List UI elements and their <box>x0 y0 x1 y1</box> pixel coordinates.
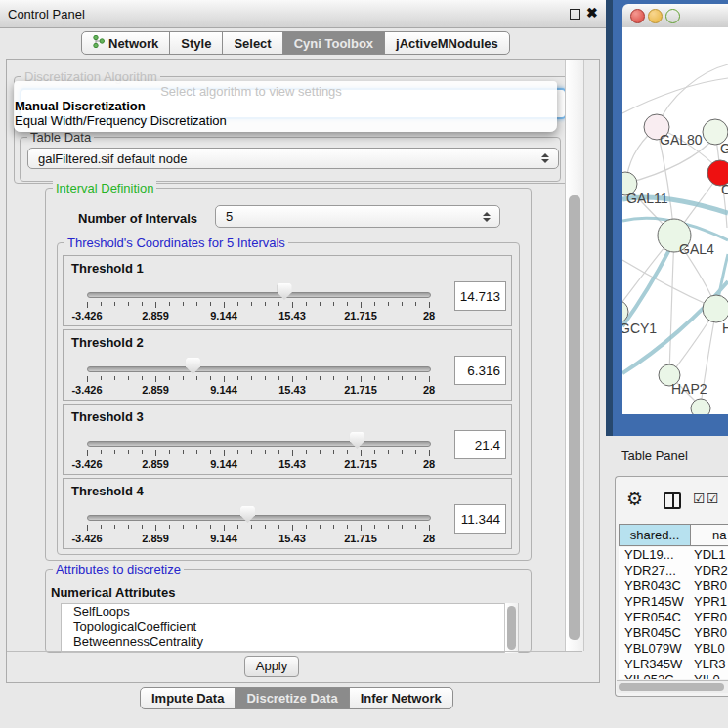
cell-shared-name: YLR345W <box>624 657 682 672</box>
tab-label: Network <box>108 36 158 51</box>
slider-tick <box>114 302 115 306</box>
popup-option-manual[interactable]: Manual Discretization <box>15 99 146 113</box>
table-row[interactable]: YLR345WYLR3 <box>619 657 728 672</box>
bottom-tab-discretize-data[interactable]: Discretize Data <box>235 687 349 709</box>
table-hscrollbar[interactable] <box>617 680 728 693</box>
slider-tick <box>224 450 225 456</box>
slider-tick <box>361 450 362 456</box>
cell-shared-name: YER054C <box>624 610 681 625</box>
attributes-scrollbar-thumb[interactable] <box>507 606 516 650</box>
table-header-row: shared... na <box>619 524 728 546</box>
checkbox-icon[interactable]: ☑ <box>693 491 706 506</box>
network-node[interactable] <box>691 399 710 414</box>
slider-tick-label: 2.859 <box>131 533 180 544</box>
apply-button[interactable]: Apply <box>244 656 299 677</box>
number-of-intervals-combobox[interactable]: 5 <box>215 205 500 228</box>
tab-network[interactable]: Network <box>81 31 170 55</box>
attributes-scrollbar[interactable] <box>504 603 519 653</box>
slider-tick <box>155 450 156 456</box>
slider-tick-label: 2.859 <box>131 310 180 321</box>
gear-icon[interactable]: ⚙ <box>626 488 643 510</box>
table-row[interactable]: YDR27...YDR2 <box>619 563 728 578</box>
column-header-name[interactable]: na <box>690 524 728 546</box>
slider-tick <box>415 302 416 306</box>
table-data-combobox[interactable]: galFiltered.sif default node <box>27 148 559 169</box>
tab-style[interactable]: Style <box>169 31 223 55</box>
cell-name: YBR0 <box>694 625 727 641</box>
table-row[interactable]: YBR045CYBR0 <box>619 625 728 641</box>
node-label: GAL11 <box>626 191 668 206</box>
slider-tick <box>388 525 389 529</box>
threshold-label: Threshold 4 <box>71 484 144 498</box>
float-window-icon[interactable] <box>570 9 580 20</box>
slider-tick <box>402 525 403 529</box>
slider-tick <box>306 376 307 380</box>
panel-scrollbar[interactable] <box>565 60 584 651</box>
slider-tick-label: 28 <box>405 533 453 544</box>
tab-label: jActiveMNodules <box>396 36 498 51</box>
slider-tick <box>169 450 170 454</box>
slider-tick <box>128 525 129 529</box>
split-columns-icon[interactable] <box>664 492 681 509</box>
table-row[interactable]: YIL052CYIL0 <box>619 672 728 679</box>
column-header-shared[interactable]: shared... <box>619 524 691 546</box>
network-view-canvas[interactable]: GAL80G.CGAL11GAL4GCY1HHAP2 <box>622 27 728 414</box>
threshold-value-field[interactable]: 21.4 <box>454 430 506 459</box>
slider-track[interactable] <box>87 441 431 447</box>
algorithm-dropdown-popup: Select algorithm to view settings Manual… <box>14 81 557 132</box>
threshold-value-field[interactable]: 11.344 <box>454 504 506 534</box>
table-rows[interactable]: YDL19...YDL1YDR27...YDR2YBR043CYBR0YPR14… <box>619 547 728 679</box>
slider-track[interactable] <box>87 366 431 372</box>
tab-cyni-toolbox[interactable]: Cyni Toolbox <box>282 31 385 55</box>
slider-track[interactable] <box>87 292 431 298</box>
slider-tick-label: 21.715 <box>336 384 385 396</box>
slider-tick-label: 9.144 <box>199 384 248 396</box>
cell-name: YLR3 <box>694 657 726 672</box>
tab-jactivemnodules[interactable]: jActiveMNodules <box>384 31 510 55</box>
table-row[interactable]: YDL19...YDL1 <box>619 547 728 563</box>
close-icon[interactable]: ✖ <box>586 5 598 21</box>
slider-tick <box>292 376 293 382</box>
numerical-attributes-label: Numerical Attributes <box>51 585 175 600</box>
bottom-tab-infer-network[interactable]: Infer Network <box>349 687 453 709</box>
slider-tick <box>196 525 197 529</box>
slider-tick <box>142 302 143 306</box>
slider-tick <box>429 450 430 456</box>
cell-shared-name: YBR045C <box>624 625 681 641</box>
slider-tick <box>169 525 170 529</box>
threshold-panel: Threshold 3-3.4262.8599.14415.4321.71528… <box>63 404 512 475</box>
threshold-value-field[interactable]: 6.316 <box>454 356 506 385</box>
attribute-list-item[interactable]: BetweennessCentrality <box>62 634 504 650</box>
close-traffic-light[interactable] <box>630 9 645 23</box>
slider-tick <box>169 376 170 380</box>
threshold-label: Threshold 3 <box>71 409 144 424</box>
slider-tick <box>292 525 293 531</box>
slider-tick <box>402 376 403 380</box>
panel-scrollbar-thumb[interactable] <box>569 195 580 640</box>
network-icon <box>93 35 105 51</box>
table-hscrollbar-thumb[interactable] <box>619 683 724 691</box>
bottom-tab-impute-data[interactable]: Impute Data <box>140 687 236 709</box>
slider-track[interactable] <box>87 515 431 521</box>
attribute-list-item[interactable]: SelfLoops <box>62 604 504 620</box>
slider-tick <box>87 376 88 382</box>
numerical-attributes-list[interactable]: SelfLoopsTopologicalCoefficientBetweenne… <box>61 603 505 653</box>
table-row[interactable]: YBR043CYBR0 <box>619 578 728 594</box>
popup-option-equal-width[interactable]: Equal Width/Frequency Discretization <box>15 113 227 128</box>
checkbox-icon[interactable]: ☑ <box>707 491 719 506</box>
tab-select[interactable]: Select <box>222 31 282 55</box>
slider-tick <box>402 450 403 454</box>
table-row[interactable]: YBL079WYBL0 <box>619 641 728 657</box>
tab-label: Cyni Toolbox <box>294 36 373 51</box>
network-node-h[interactable] <box>703 295 728 322</box>
cell-shared-name: YBL079W <box>624 641 682 657</box>
slider-tick <box>320 376 321 380</box>
table-row[interactable]: YPR145WYPR1 <box>619 594 728 610</box>
attribute-list-item[interactable]: TopologicalCoefficient <box>62 620 504 635</box>
slider-tick <box>265 376 266 380</box>
table-row[interactable]: YER054CYER0 <box>619 610 728 625</box>
attributes-group-title: Attributes to discretize <box>53 562 184 577</box>
minimize-traffic-light[interactable] <box>648 9 663 23</box>
zoom-traffic-light[interactable] <box>665 9 680 23</box>
threshold-value-field[interactable]: 14.713 <box>454 281 506 311</box>
